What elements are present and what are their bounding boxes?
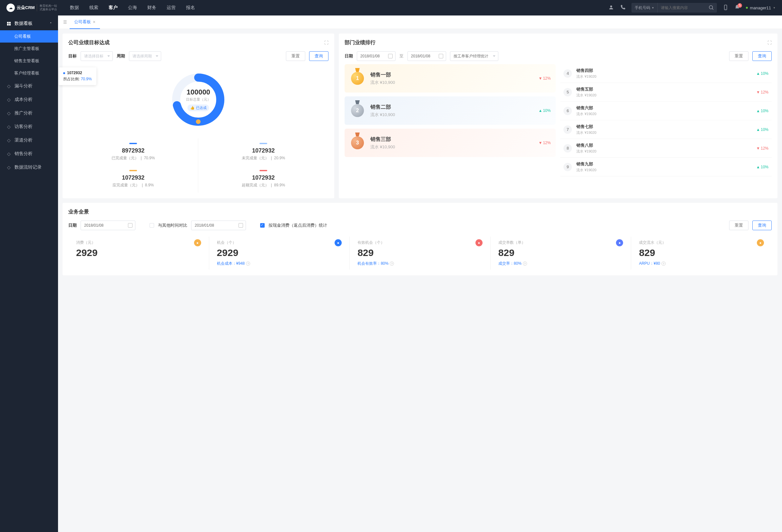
kpi-3: 成交单数（单）●829成交率：80%?: [491, 237, 632, 270]
help-icon[interactable]: ?: [390, 261, 394, 266]
nav-item-6[interactable]: 报名: [186, 5, 195, 11]
menu-toggle-icon[interactable]: ☰: [61, 20, 70, 25]
sidebar-item-2[interactable]: ◇推广分析: [0, 106, 58, 120]
goal-stat-3: 1072932超额完成（元） | 89.9%: [198, 166, 328, 192]
card-icon: ●: [757, 239, 764, 246]
help-icon[interactable]: ?: [662, 261, 666, 266]
sidebar-item-1[interactable]: ◇成本分析: [0, 93, 58, 106]
main-nav: 数据线索客户公海财务运营报名: [70, 5, 195, 11]
svg-point-1: [709, 5, 713, 9]
rank-card: 部门业绩排行 ⛶ 日期 2018/01/08 至 2018/01/08 按工单客…: [339, 34, 778, 198]
rank-top-2[interactable]: 2销售二部流水 ¥10,900▲10%: [345, 96, 556, 125]
user-icon[interactable]: [608, 4, 614, 11]
link-icon: ◇: [6, 138, 11, 143]
date-to-input[interactable]: 2018/01/08: [407, 51, 446, 61]
kpi-2: 有效机会（个）●829机会有效率：80%?: [350, 237, 491, 270]
delta: ▲10%: [539, 108, 551, 113]
svg-rect-4: [7, 22, 9, 23]
sidebar-sub-1[interactable]: 推广主管看板: [0, 42, 58, 55]
svg-point-10: [196, 119, 201, 124]
sidebar-item-0[interactable]: ◇漏斗分析: [0, 79, 58, 93]
rank-top-1[interactable]: 1销售一部流水 ¥10,900▼12%: [345, 64, 556, 93]
nav-item-2[interactable]: 客户: [109, 5, 118, 11]
notification-icon[interactable]: 5: [734, 4, 740, 11]
sidebar-item-4[interactable]: ◇渠道分析: [0, 134, 58, 147]
user-menu[interactable]: manager11 ▼: [746, 5, 776, 10]
delta: ▼12%: [539, 141, 551, 145]
rank-row-8[interactable]: 8销售八部流水 ¥19020▼12%: [560, 139, 772, 158]
overview-title: 业务全景: [68, 209, 772, 215]
svg-rect-7: [9, 24, 11, 26]
cash-checkbox[interactable]: [260, 223, 264, 227]
help-icon[interactable]: ?: [246, 261, 250, 266]
reset-button[interactable]: 重置: [729, 220, 748, 230]
query-button[interactable]: 查询: [752, 220, 772, 230]
rank-row-6[interactable]: 6销售六部流水 ¥19020▲10%: [560, 102, 772, 120]
stat-bar: [259, 170, 267, 171]
svg-point-0: [610, 5, 612, 7]
period-select[interactable]: 请选择周期: [129, 51, 161, 61]
rank-top-3[interactable]: 3销售三部流水 ¥10,900▼12%: [345, 129, 556, 157]
nav-item-1[interactable]: 线索: [89, 5, 98, 11]
device-icon[interactable]: [723, 4, 728, 11]
reset-button[interactable]: 重置: [286, 51, 305, 61]
sidebar-sub-0[interactable]: 公司看板: [0, 30, 58, 42]
phone-icon[interactable]: [620, 4, 626, 11]
filter-icon: ◇: [6, 83, 11, 89]
sidebar-item-6[interactable]: ◇数据流转记录: [0, 161, 58, 174]
goal-donut-chart: 1072932 所占比例: 70.9% 100000 目标总量（元）: [68, 64, 328, 135]
nav-item-4[interactable]: 财务: [147, 5, 156, 11]
query-button[interactable]: 查询: [309, 51, 328, 61]
medal-silver-icon: 2: [350, 103, 365, 118]
tab-company-dashboard[interactable]: 公司看板 ×: [70, 15, 100, 29]
rank-row-4[interactable]: 4销售四部流水 ¥19020▲10%: [560, 64, 772, 83]
rank-row-9[interactable]: 9销售九部流水 ¥19020▲10%: [560, 158, 772, 176]
close-icon[interactable]: ×: [93, 19, 96, 25]
kpi-4: 成交流水（元）●829ARPU：¥80?: [631, 237, 772, 270]
stat-by-select[interactable]: 按工单客户经理统计: [450, 51, 498, 61]
rank-row-7[interactable]: 7销售七部流水 ¥19020▲10%: [560, 120, 772, 139]
delta: ▲10%: [756, 165, 769, 169]
search: 手机号码 ▼: [632, 3, 717, 12]
goal-stat-0: 8972932已完成量（元） | 70.9%: [68, 138, 198, 166]
stat-bar: [259, 143, 267, 144]
period-label: 周期: [117, 53, 125, 59]
goal-title: 公司业绩目标达成: [68, 39, 110, 46]
search-icon: ◇: [6, 151, 11, 156]
rank-title: 部门业绩排行: [345, 39, 376, 46]
target-select[interactable]: 请选择目标: [80, 51, 113, 61]
sidebar-sub-2[interactable]: 销售主管看板: [0, 55, 58, 67]
reset-button[interactable]: 重置: [729, 51, 748, 61]
sidebar-item-5[interactable]: ◇销售分析: [0, 147, 58, 161]
goal-stat-2: 1072932应完成量（元） | 8.9%: [68, 166, 198, 192]
compare-checkbox[interactable]: [149, 223, 154, 227]
search-type-select[interactable]: 手机号码 ▼: [632, 3, 657, 12]
goal-card: 公司业绩目标达成 ⛶ 目标 请选择目标 周期 请选择周期 重置 查询: [63, 34, 334, 198]
svg-rect-5: [9, 22, 11, 23]
thumbs-up-icon: 👍: [190, 106, 195, 110]
expand-icon[interactable]: ⛶: [768, 40, 772, 45]
brand-name: 云朵CRM: [17, 5, 35, 11]
user-icon: ◇: [6, 124, 11, 129]
overview-date-input[interactable]: 2018/01/08: [80, 220, 135, 230]
search-input[interactable]: [657, 5, 706, 10]
sidebar-item-3[interactable]: ◇访客分析: [0, 120, 58, 134]
date-from-input[interactable]: 2018/01/08: [357, 51, 395, 61]
expand-icon[interactable]: ⛶: [324, 40, 328, 45]
overview-card: 业务全景 日期 2018/01/08 与其他时间对比 2018/01/08 按现…: [63, 203, 778, 275]
nav-item-3[interactable]: 公海: [128, 5, 137, 11]
nav-item-5[interactable]: 运营: [167, 5, 176, 11]
search-button[interactable]: [706, 3, 717, 12]
status-dot: [746, 7, 748, 9]
query-button[interactable]: 查询: [752, 51, 772, 61]
kpi-0: 消费（元）●2929: [68, 237, 209, 270]
tab-bar: ☰ 公司看板 ×: [58, 15, 782, 29]
shield-icon: ●: [475, 239, 483, 246]
sidebar-sub-3[interactable]: 客户经理看板: [0, 67, 58, 79]
rank-row-5[interactable]: 5销售五部流水 ¥19020▼12%: [560, 83, 772, 102]
nav-item-0[interactable]: 数据: [70, 5, 79, 11]
overview-compare-date-input[interactable]: 2018/01/08: [191, 220, 246, 230]
svg-rect-6: [7, 24, 9, 26]
help-icon[interactable]: ?: [523, 261, 527, 266]
sidebar-group-dashboard[interactable]: 数据看板 ˄: [0, 17, 58, 30]
